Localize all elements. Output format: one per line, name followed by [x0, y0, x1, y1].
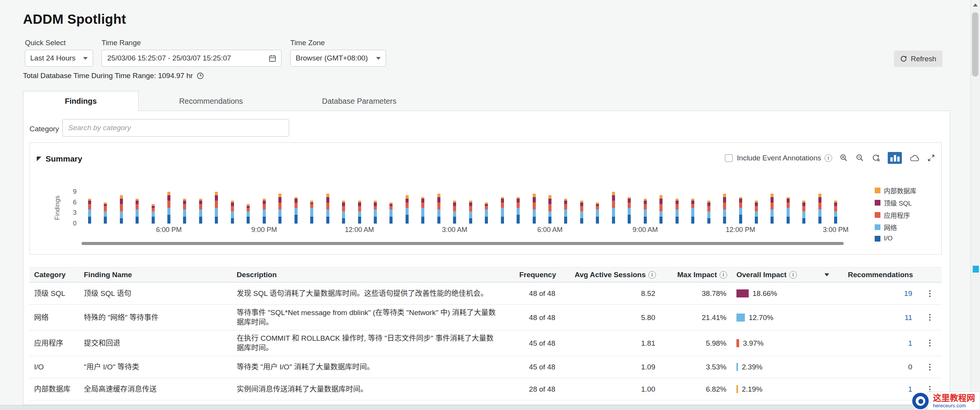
- column-header[interactable]: Category: [29, 268, 79, 283]
- chart-bar[interactable]: [183, 199, 186, 224]
- cloud-icon[interactable]: [909, 154, 920, 162]
- vertical-scrollbar[interactable]: [970, 0, 980, 410]
- info-icon[interactable]: i: [789, 271, 797, 279]
- chart-scrollbar-thumb[interactable]: [82, 242, 844, 245]
- chart-bar[interactable]: [755, 201, 758, 224]
- chart-bar[interactable]: [104, 203, 107, 224]
- chart-bar[interactable]: [628, 197, 631, 224]
- row-actions-kebab-icon[interactable]: [922, 290, 937, 297]
- chart-bar[interactable]: [818, 194, 821, 224]
- legend-item[interactable]: 内部数据库: [875, 186, 916, 195]
- chart-bar[interactable]: [659, 195, 663, 224]
- chart-bar[interactable]: [167, 192, 170, 224]
- chart-bar[interactable]: [485, 203, 488, 224]
- info-icon[interactable]: i: [720, 271, 727, 279]
- zoom-in-icon[interactable]: [839, 154, 848, 162]
- recommendations-link[interactable]: 11: [905, 314, 912, 322]
- expand-icon[interactable]: [927, 154, 935, 162]
- chart-bar[interactable]: [771, 194, 774, 224]
- column-header[interactable]: Description: [232, 268, 504, 283]
- chart-bar[interactable]: [469, 201, 472, 224]
- category-search-input[interactable]: [62, 119, 289, 137]
- calendar-button[interactable]: [263, 50, 281, 66]
- summary-collapse-header[interactable]: Summary: [37, 154, 82, 163]
- chart-bar-segment: [676, 209, 679, 216]
- chart-bar[interactable]: [596, 203, 599, 224]
- time-zone-dropdown[interactable]: Browser (GMT+08:00): [290, 50, 386, 67]
- chart-bar[interactable]: [310, 201, 313, 224]
- chart-bar[interactable]: [676, 199, 679, 224]
- reset-zoom-icon[interactable]: [872, 154, 880, 162]
- quick-select-dropdown[interactable]: Last 24 Hours: [25, 50, 93, 67]
- chart-bar[interactable]: [406, 195, 409, 224]
- chart-bar[interactable]: [453, 201, 456, 224]
- chart-bar[interactable]: [421, 197, 424, 224]
- column-header[interactable]: Max Impacti: [661, 268, 732, 283]
- chart-bar[interactable]: [152, 204, 155, 224]
- chart-bar[interactable]: [120, 195, 123, 224]
- column-header[interactable]: Recommendations: [834, 268, 918, 283]
- chart-bar[interactable]: [389, 203, 393, 224]
- chart-bar[interactable]: [136, 199, 139, 224]
- chart-bar[interactable]: [231, 201, 234, 224]
- chart-bar[interactable]: [644, 199, 647, 224]
- row-actions-kebab-icon[interactable]: [922, 340, 937, 346]
- sort-descending-icon[interactable]: [825, 273, 829, 276]
- zoom-out-icon[interactable]: [856, 154, 864, 162]
- chart-bar-segment: [120, 204, 123, 211]
- tab-recommendations[interactable]: Recommendations: [139, 91, 283, 111]
- column-header[interactable]: Overall Impacti: [732, 268, 834, 283]
- chart-bar[interactable]: [437, 194, 440, 224]
- info-icon[interactable]: i: [825, 154, 832, 162]
- bar-chart-icon[interactable]: [888, 152, 902, 164]
- chart-bar[interactable]: [580, 201, 583, 224]
- chart-bar[interactable]: [533, 194, 536, 224]
- chart-bar[interactable]: [326, 194, 329, 224]
- chart-bar-segment: [596, 206, 599, 209]
- legend-item[interactable]: 网络: [875, 222, 916, 232]
- chart-bar[interactable]: [215, 192, 218, 224]
- chart-bar[interactable]: [263, 199, 266, 224]
- legend-item[interactable]: 顶级 SQL: [875, 198, 916, 207]
- chart-bar[interactable]: [517, 197, 520, 224]
- recommendations-link[interactable]: 1: [908, 339, 912, 347]
- chart-bar[interactable]: [358, 201, 361, 224]
- chart-bar[interactable]: [612, 192, 615, 224]
- row-actions-kebab-icon[interactable]: [922, 314, 937, 321]
- chart-bar[interactable]: [787, 197, 790, 224]
- chart-bar[interactable]: [374, 201, 377, 224]
- chart-bar[interactable]: [707, 201, 710, 224]
- column-header[interactable]: Avg Active Sessionsi: [561, 268, 661, 283]
- chart-bar[interactable]: [278, 194, 281, 224]
- scrollbar-thumb[interactable]: [972, 12, 978, 77]
- include-event-annotations-checkbox[interactable]: [725, 154, 733, 162]
- chart-bar[interactable]: [199, 199, 202, 224]
- info-icon[interactable]: i: [648, 271, 656, 279]
- chart-bar[interactable]: [691, 199, 694, 224]
- chart-bar[interactable]: [501, 197, 504, 224]
- refresh-button[interactable]: Refresh: [894, 51, 942, 67]
- chart-bar[interactable]: [834, 201, 837, 224]
- chart-bar[interactable]: [802, 201, 805, 224]
- chart-bar[interactable]: [88, 199, 91, 224]
- chart-bar[interactable]: [247, 204, 250, 224]
- time-range-input[interactable]: 25/03/06 15:25:07 - 25/03/07 15:25:07: [101, 50, 281, 67]
- legend-item[interactable]: 应用程序: [875, 210, 916, 220]
- tab-findings[interactable]: Findings: [23, 91, 139, 111]
- chart-bar[interactable]: [342, 201, 345, 224]
- column-header[interactable]: [918, 268, 942, 283]
- chart-bar-segment: [437, 217, 440, 224]
- column-header[interactable]: Finding Name: [79, 268, 232, 283]
- chart-bar[interactable]: [564, 199, 567, 224]
- chart-bar[interactable]: [723, 194, 726, 224]
- scroll-up-icon[interactable]: [973, 3, 978, 7]
- chart-bar[interactable]: [548, 195, 551, 224]
- chart-bar[interactable]: [294, 197, 298, 224]
- legend-item[interactable]: I/O: [875, 235, 916, 242]
- cell-frequency: 28 of 48: [504, 378, 561, 400]
- row-actions-kebab-icon[interactable]: [922, 364, 937, 371]
- chart-bar[interactable]: [739, 197, 742, 224]
- tab-database-parameters[interactable]: Database Parameters: [283, 91, 435, 111]
- column-header[interactable]: Frequency: [504, 268, 561, 283]
- recommendations-link[interactable]: 19: [904, 289, 912, 297]
